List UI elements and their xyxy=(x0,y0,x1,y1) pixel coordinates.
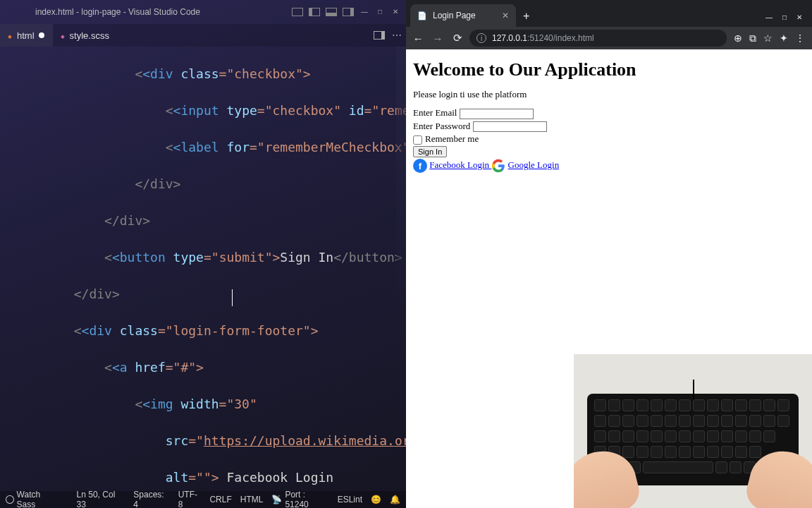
more-icon[interactable]: ⋯ xyxy=(392,30,402,41)
browser-tabstrip: 📄 Login Page ✕ + — □ ✕ xyxy=(406,0,812,27)
indentation[interactable]: Spaces: 4 xyxy=(133,490,169,508)
url-host: 127.0.0.1 xyxy=(492,33,527,43)
feedback-icon[interactable]: 😊 xyxy=(371,495,381,504)
back-button[interactable]: ← xyxy=(410,32,426,44)
eol[interactable]: CRLF xyxy=(209,495,231,504)
minimap[interactable] xyxy=(396,47,406,301)
live-server-port[interactable]: 📡 Port : 51240 xyxy=(271,490,328,508)
close-tab-icon[interactable]: ✕ xyxy=(502,11,509,20)
modified-dot-icon xyxy=(39,32,44,38)
layout-icon[interactable] xyxy=(292,8,303,16)
forward-button[interactable]: → xyxy=(430,32,445,44)
watch-sass-button[interactable]: Watch Sass xyxy=(6,490,60,508)
close-button[interactable]: ✕ xyxy=(390,8,400,16)
html-file-icon: ⬥ xyxy=(7,30,13,41)
browser-tab[interactable]: 📄 Login Page ✕ xyxy=(410,4,516,27)
extensions-icon[interactable]: ✦ xyxy=(780,32,788,44)
password-input[interactable] xyxy=(473,121,547,132)
tab-title: Login Page xyxy=(433,11,476,20)
browser-window: 📄 Login Page ✕ + — □ ✕ ← → ⟳ i 127.0.0.1… xyxy=(406,0,812,508)
split-editor-icon[interactable] xyxy=(374,31,385,40)
page-favicon-icon: 📄 xyxy=(417,11,427,20)
code-editor[interactable]: <<div class="checkbox"> <<input type="ch… xyxy=(0,47,406,491)
text-cursor xyxy=(232,289,233,306)
minimize-button[interactable]: — xyxy=(359,8,369,16)
google-icon xyxy=(491,159,505,173)
address-bar[interactable]: i 127.0.0.1:51240/index.html xyxy=(469,30,727,47)
remember-checkbox[interactable] xyxy=(413,135,422,145)
minimize-button[interactable]: — xyxy=(765,13,773,21)
webcam-overlay xyxy=(574,354,812,508)
tab-style-scss[interactable]: ⬥ style.scss xyxy=(53,24,118,47)
encoding[interactable]: UTF-8 xyxy=(178,490,202,508)
maximize-button[interactable]: □ xyxy=(782,13,787,21)
google-login-link[interactable]: Google Login xyxy=(508,159,560,170)
email-label: Enter Email xyxy=(413,107,457,118)
panel-right-icon[interactable] xyxy=(343,8,354,16)
eslint-status[interactable]: ESLint xyxy=(338,495,362,504)
email-input[interactable] xyxy=(460,109,534,119)
bell-icon[interactable]: 🔔 xyxy=(390,495,400,504)
page-heading: Welcome to Our Application xyxy=(413,59,805,80)
vscode-titlebar: index.html - login-page - Visual Studio … xyxy=(0,0,406,24)
tab-filename: style.scss xyxy=(70,30,109,41)
editor-tabstrip: ⬥ html ⬥ style.scss ⋯ xyxy=(0,24,406,47)
eye-icon xyxy=(6,495,14,504)
url-path: index.html xyxy=(555,33,594,43)
zoom-icon[interactable]: ⊕ xyxy=(734,32,742,44)
bookmark-icon[interactable]: ☆ xyxy=(763,32,773,44)
signin-button[interactable]: Sign In xyxy=(413,146,447,157)
scss-file-icon: ⬥ xyxy=(60,30,66,41)
close-button[interactable]: ✕ xyxy=(796,13,802,21)
menu-icon[interactable]: ⋮ xyxy=(795,32,805,44)
facebook-login-link[interactable]: Facebook Login xyxy=(429,159,491,170)
maximize-button[interactable]: □ xyxy=(375,8,385,16)
panel-bottom-icon[interactable] xyxy=(326,8,337,16)
vscode-window: index.html - login-page - Visual Studio … xyxy=(0,0,406,508)
url-port: :51240/ xyxy=(527,33,555,43)
window-title: index.html - login-page - Visual Studio … xyxy=(18,7,292,17)
new-tab-button[interactable]: + xyxy=(516,10,536,27)
password-label: Enter Password xyxy=(413,121,470,131)
reader-icon[interactable]: ⧉ xyxy=(749,32,756,44)
tab-index-html[interactable]: ⬥ html xyxy=(0,24,53,47)
page-subtitle: Please login ti use the platform xyxy=(413,89,805,100)
refresh-button[interactable]: ⟳ xyxy=(450,32,465,44)
keyboard-image xyxy=(587,394,799,485)
language-mode[interactable]: HTML xyxy=(240,495,264,504)
facebook-icon: f xyxy=(413,159,427,173)
site-info-icon[interactable]: i xyxy=(476,33,486,43)
cursor-position[interactable]: Ln 50, Col 33 xyxy=(77,490,125,508)
panel-left-icon[interactable] xyxy=(309,8,320,16)
browser-toolbar: ← → ⟳ i 127.0.0.1:51240/index.html ⊕ ⧉ ☆… xyxy=(406,27,812,49)
status-bar: Watch Sass Ln 50, Col 33 Spaces: 4 UTF-8… xyxy=(0,491,406,508)
tab-filename: html xyxy=(17,30,35,41)
rendered-page: Welcome to Our Application Please login … xyxy=(406,49,812,508)
remember-label: Remember me xyxy=(425,133,479,144)
